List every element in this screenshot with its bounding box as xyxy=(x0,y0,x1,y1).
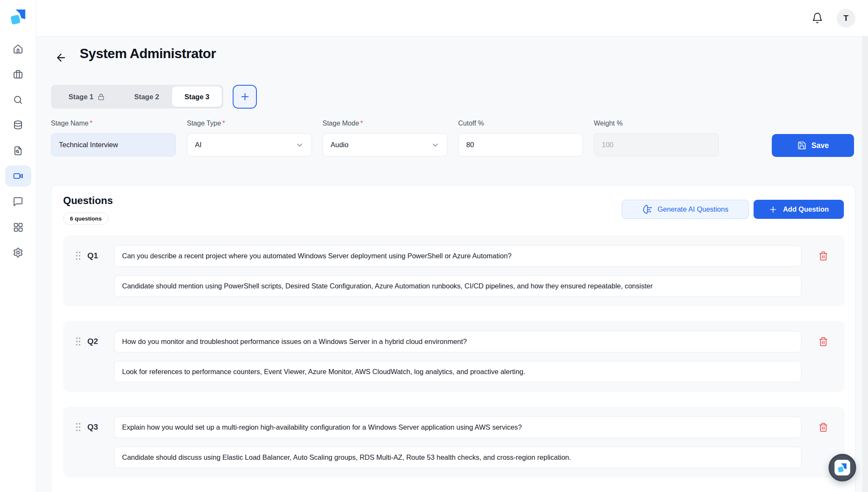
trash-icon xyxy=(818,251,828,261)
tab-stage-1[interactable]: Stage 1 xyxy=(53,87,121,107)
question-guidance-input[interactable] xyxy=(114,361,801,383)
back-button[interactable] xyxy=(53,50,70,65)
stage-mode-label: Stage Mode* xyxy=(323,120,363,127)
bell-icon xyxy=(812,12,823,24)
tab-stage-2[interactable]: Stage 2 xyxy=(121,87,172,107)
save-label: Save xyxy=(812,141,829,150)
plus-icon xyxy=(239,91,250,102)
home-icon xyxy=(13,44,23,54)
question-card: Q3 xyxy=(63,407,845,478)
cube-logo-icon xyxy=(9,8,27,25)
stage-name-field: Stage Name* xyxy=(51,120,176,157)
stage-type-label: Stage Type* xyxy=(187,120,225,127)
chat-icon xyxy=(13,196,23,207)
lock-icon xyxy=(97,93,105,101)
question-text-input[interactable] xyxy=(114,245,801,267)
chevron-down-icon xyxy=(431,141,440,149)
stage-type-value: AI xyxy=(195,141,202,149)
search-icon xyxy=(13,95,23,105)
scrollbar[interactable] xyxy=(862,36,868,492)
drag-handle-icon[interactable] xyxy=(74,250,82,261)
tab-label: Stage 2 xyxy=(134,93,159,101)
question-text-input[interactable] xyxy=(114,417,801,438)
question-card-left: Q3 xyxy=(63,417,114,438)
assistant-floating-button[interactable] xyxy=(829,454,856,481)
topbar: T xyxy=(36,0,868,36)
stage-mode-field: Stage Mode* Audio xyxy=(323,120,448,157)
stage-type-select[interactable]: AI xyxy=(187,133,312,157)
database-icon xyxy=(13,120,23,131)
grid-icon xyxy=(13,222,23,232)
generate-label: Generate AI Questions xyxy=(658,205,729,213)
sidebar-item-settings[interactable] xyxy=(5,242,31,263)
question-card: Q2 xyxy=(63,321,845,392)
cutoff-label: Cutoff % xyxy=(458,120,484,127)
cutoff-input[interactable] xyxy=(458,133,583,157)
delete-question-button[interactable] xyxy=(801,331,845,352)
avatar-initial: T xyxy=(843,14,849,23)
plus-icon xyxy=(768,205,778,214)
generate-ai-questions-button[interactable]: Generate AI Questions xyxy=(622,200,749,219)
tab-label: Stage 3 xyxy=(184,93,209,101)
add-stage-button[interactable] xyxy=(233,85,257,109)
sidebar-item-interviews[interactable] xyxy=(5,165,31,187)
video-camera-icon xyxy=(13,171,24,182)
question-card-left: Q1 xyxy=(63,245,114,267)
question-text-input[interactable] xyxy=(114,331,801,352)
arrow-left-icon xyxy=(55,52,67,64)
delete-question-button[interactable] xyxy=(801,417,845,438)
question-number: Q3 xyxy=(87,422,98,432)
tab-stage-3[interactable]: Stage 3 xyxy=(172,87,222,107)
sidebar-item-search[interactable] xyxy=(5,89,31,110)
questions-panel: Questions 6 questions Generate AI Questi… xyxy=(51,185,855,492)
brain-circuit-icon xyxy=(643,204,652,214)
sidebar-nav xyxy=(5,38,31,263)
stage-mode-value: Audio xyxy=(331,141,348,149)
notifications-button[interactable] xyxy=(810,11,825,25)
settings-icon xyxy=(13,247,23,258)
add-question-button[interactable]: Add Question xyxy=(754,200,844,219)
weight-label: Weight % xyxy=(594,120,623,127)
sidebar-item-jobs[interactable] xyxy=(5,64,31,85)
question-list: Q1 Q2 Q3 xyxy=(63,235,845,492)
sidebar-item-messages[interactable] xyxy=(5,191,31,212)
question-number: Q1 xyxy=(87,251,98,260)
question-guidance-input[interactable] xyxy=(114,275,801,297)
stage-name-label: Stage Name* xyxy=(51,120,92,127)
add-question-label: Add Question xyxy=(783,205,829,213)
stage-tabs: Stage 1 Stage 2 Stage 3 xyxy=(51,85,223,109)
trash-icon xyxy=(818,422,828,432)
questions-title: Questions xyxy=(63,195,113,207)
weight-field: Weight % xyxy=(594,120,719,157)
cube-logo-icon xyxy=(835,460,850,475)
stage-name-input[interactable] xyxy=(51,133,176,157)
trash-icon xyxy=(818,337,828,347)
delete-question-button[interactable] xyxy=(801,245,845,267)
page-title: System Administrator xyxy=(80,46,216,62)
main-content: System Administrator Stage 1 Stage 2 Sta… xyxy=(36,36,868,492)
tab-label: Stage 1 xyxy=(69,93,94,101)
stage-mode-select[interactable]: Audio xyxy=(323,133,448,157)
save-icon xyxy=(797,141,807,150)
question-card: Q1 xyxy=(63,235,845,306)
chevron-down-icon xyxy=(295,141,304,149)
question-card-left: Q2 xyxy=(63,331,114,352)
save-button[interactable]: Save xyxy=(772,134,854,157)
sidebar xyxy=(0,0,36,492)
question-count-badge: 6 questions xyxy=(63,212,108,225)
app-logo[interactable] xyxy=(9,8,27,25)
file-search-icon xyxy=(13,145,23,156)
drag-handle-icon[interactable] xyxy=(74,422,82,433)
sidebar-item-data[interactable] xyxy=(5,115,31,136)
question-number: Q2 xyxy=(87,337,98,346)
sidebar-item-home[interactable] xyxy=(5,38,31,59)
cutoff-field: Cutoff % xyxy=(458,120,583,157)
avatar[interactable]: T xyxy=(837,9,855,28)
stage-type-field: Stage Type* AI xyxy=(187,120,312,157)
question-guidance-input[interactable] xyxy=(114,447,801,468)
drag-handle-icon[interactable] xyxy=(74,336,82,347)
briefcase-icon xyxy=(13,69,23,80)
weight-input[interactable] xyxy=(594,133,719,157)
sidebar-item-resume-screening[interactable] xyxy=(5,140,31,161)
sidebar-item-dashboard[interactable] xyxy=(5,216,31,238)
